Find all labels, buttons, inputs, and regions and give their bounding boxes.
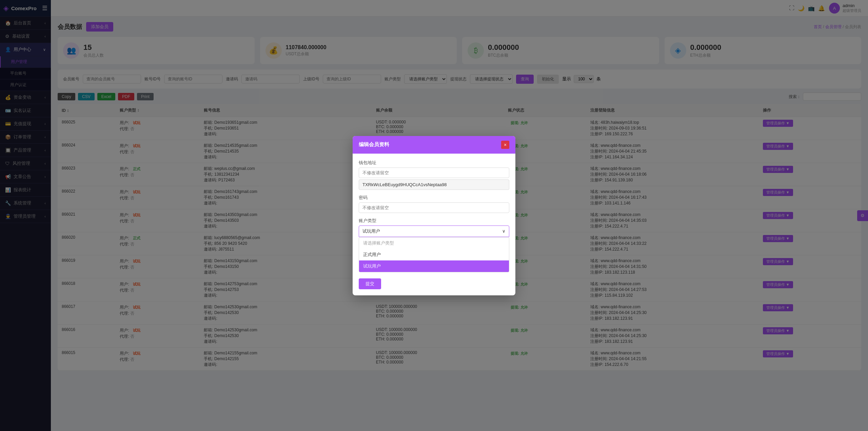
account-type-select-wrap: 试玩用户 ∨ 请选择账户类型 正式用户 试玩用户 [359, 226, 509, 272]
modal-close-button[interactable]: × [501, 141, 509, 149]
password-group: 密码 [359, 195, 509, 213]
dropdown-item-trial[interactable]: 试玩用户 [359, 260, 509, 272]
wallet-value-display: TXRkWcLeBEuygd9HUQCcA1vsNeptaa98 [359, 179, 509, 190]
password-input[interactable] [359, 202, 509, 213]
account-type-dropdown: 请选择账户类型 正式用户 试玩用户 [359, 237, 509, 272]
wallet-input[interactable] [359, 168, 509, 178]
account-type-group: 账户类型 试玩用户 ∨ 请选择账户类型 正式用户 试玩用户 [359, 218, 509, 272]
account-type-trigger[interactable]: 试玩用户 ∨ [359, 226, 509, 237]
account-type-modal-label: 账户类型 [359, 218, 509, 224]
dropdown-item-formal[interactable]: 正式用户 [359, 249, 509, 260]
submit-button[interactable]: 提交 [359, 278, 381, 289]
modal-title: 编辑会员资料 [359, 141, 389, 148]
modal-body: 钱包地址 TXRkWcLeBEuygd9HUQCcA1vsNeptaa98 密码… [353, 154, 515, 295]
account-type-selected-value: 试玩用户 [362, 228, 380, 234]
password-label: 密码 [359, 195, 509, 201]
chevron-down-icon: ∨ [502, 229, 506, 234]
dropdown-item-placeholder[interactable]: 请选择账户类型 [359, 237, 509, 249]
modal-overlay[interactable]: 编辑会员资料 × 钱包地址 TXRkWcLeBEuygd9HUQCcA1vsNe… [0, 0, 868, 431]
modal-header: 编辑会员资料 × [353, 136, 515, 154]
wallet-label: 钱包地址 [359, 160, 509, 166]
wallet-group: 钱包地址 TXRkWcLeBEuygd9HUQCcA1vsNeptaa98 [359, 160, 509, 190]
edit-member-modal: 编辑会员资料 × 钱包地址 TXRkWcLeBEuygd9HUQCcA1vsNe… [353, 136, 515, 295]
